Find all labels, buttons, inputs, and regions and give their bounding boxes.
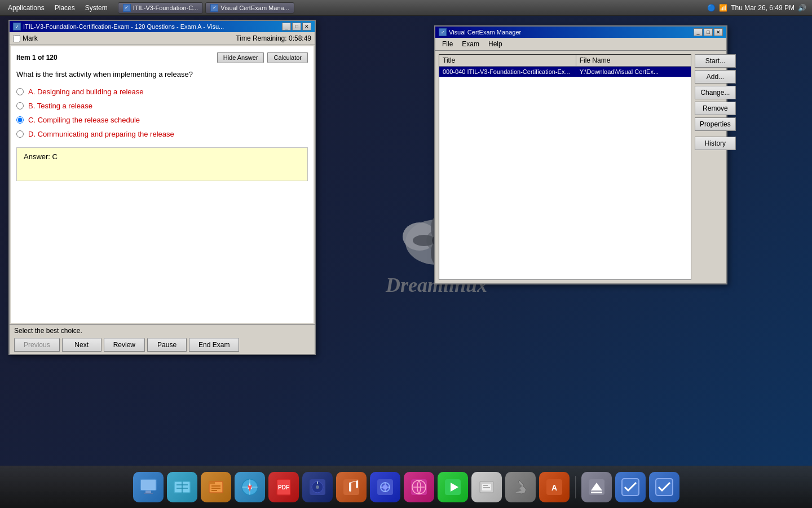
dock-item-effects[interactable]	[370, 472, 400, 502]
end-exam-button[interactable]: End Exam	[189, 338, 239, 352]
calculator-button[interactable]: Calculator	[267, 52, 308, 63]
svg-rect-19	[209, 481, 215, 484]
dock-item-appget[interactable]: A	[539, 472, 570, 502]
svg-rect-13	[144, 493, 153, 494]
exam-window-title: ITIL-V3-Foundation-Certification-Exam - …	[23, 23, 224, 30]
dock-item-player[interactable]	[438, 472, 468, 502]
svg-point-37	[383, 485, 387, 489]
dock-item-vpn[interactable]	[404, 472, 434, 502]
manager-sidebar: Start... Add... Change... Remove Propert…	[695, 54, 736, 280]
app-tab-certman[interactable]: ✓ Visual CertExam Mana...	[205, 2, 294, 14]
add-button[interactable]: Add...	[695, 70, 736, 84]
previous-button[interactable]: Previous	[14, 338, 60, 352]
exam-close-button[interactable]: ✕	[302, 23, 311, 30]
radio-b[interactable]	[16, 102, 24, 110]
manager-menu-help[interactable]: Help	[484, 39, 507, 49]
svg-rect-12	[145, 491, 151, 493]
manager-menubar: File Exam Help	[435, 38, 726, 51]
dock-item-certexam2[interactable]	[649, 472, 679, 502]
list-row[interactable]: 000-040 ITIL-V3-Foundation-Certification…	[439, 67, 691, 77]
manager-menu-exam[interactable]: Exam	[457, 39, 484, 49]
dock-item-disk[interactable]	[471, 472, 502, 502]
taskbar-top: Applications Places System ✓ ITIL-V3-Fou…	[0, 0, 812, 16]
dock-item-pdf[interactable]: PDF	[268, 472, 299, 502]
menu-places[interactable]: Places	[50, 3, 80, 13]
exam-window-controls: _ □ ✕	[282, 23, 311, 30]
exam-title-icon: ✓	[13, 23, 21, 30]
desktop: Applications Places System ✓ ITIL-V3-Fou…	[0, 0, 812, 508]
manager-window-titlebar: ✓ Visual CertExam Manager _ □ ✕	[435, 27, 726, 38]
menu-items: Applications Places System	[0, 3, 112, 13]
open-apps: ✓ ITIL-V3-Foundation-C... ✓ Visual CertE…	[118, 2, 294, 14]
next-button[interactable]: Next	[62, 338, 102, 352]
manager-window-controls: _ □ ✕	[694, 28, 723, 36]
option-a: A. Designing and building a release	[16, 87, 308, 96]
dock-item-network[interactable]	[167, 472, 197, 502]
bluetooth-icon[interactable]: 🔵	[707, 4, 716, 12]
wifi-icon[interactable]: 📶	[719, 4, 727, 12]
footer-hint: Select the best choice.	[14, 327, 310, 335]
mark-label[interactable]: Mark	[23, 34, 38, 42]
itil-app-icon: ✓	[123, 4, 131, 12]
answer-text: Answer: C	[24, 152, 58, 161]
answer-box: Answer: C	[16, 147, 308, 181]
properties-button[interactable]: Properties	[695, 117, 736, 131]
certman-app-icon: ✓	[210, 4, 218, 12]
manager-list-area: Title File Name 000-040 ITIL-V3-Foundati…	[439, 54, 691, 280]
manager-close-button[interactable]: ✕	[714, 28, 723, 36]
dock-item-safari[interactable]	[235, 472, 265, 502]
manager-restore-button[interactable]: □	[704, 28, 713, 36]
review-button[interactable]: Review	[104, 338, 145, 352]
datetime-display: Thu Mar 26, 6:49 PM	[731, 4, 795, 12]
label-b[interactable]: B. Testing a release	[28, 102, 92, 110]
dock-item-media[interactable]	[302, 472, 333, 502]
manager-window: ✓ Visual CertExam Manager _ □ ✕ File Exa…	[434, 25, 727, 284]
dock-item-certexam1[interactable]	[615, 472, 646, 502]
start-button[interactable]: Start...	[695, 54, 736, 68]
exam-window: ✓ ITIL-V3-Foundation-Certification-Exam …	[8, 20, 316, 355]
hide-answer-button[interactable]: Hide Answer	[217, 52, 264, 63]
dock-item-eject[interactable]	[581, 472, 612, 502]
remove-button[interactable]: Remove	[695, 102, 736, 115]
radio-d[interactable]	[16, 130, 24, 138]
label-a[interactable]: A. Designing and building a release	[28, 87, 144, 96]
manager-menu-file[interactable]: File	[438, 39, 457, 49]
option-d: D. Communicating and preparing the relea…	[16, 130, 308, 138]
exam-action-buttons: Hide Answer Calculator	[217, 52, 308, 63]
manager-window-title: Visual CertExam Manager	[449, 29, 521, 36]
manager-body: Title File Name 000-040 ITIL-V3-Foundati…	[435, 51, 726, 283]
system-tray: 🔵 📶 Thu Mar 26, 6:49 PM 🔊	[707, 4, 812, 12]
dock-item-monitor[interactable]	[133, 472, 164, 502]
radio-c[interactable]	[16, 116, 24, 124]
radio-a[interactable]	[16, 88, 24, 95]
label-d[interactable]: D. Communicating and preparing the relea…	[28, 130, 174, 138]
menu-system[interactable]: System	[81, 3, 112, 13]
exam-restore-button[interactable]: □	[292, 23, 301, 30]
history-button[interactable]: History	[695, 137, 736, 150]
dock-item-tools[interactable]	[505, 472, 536, 502]
volume-icon[interactable]: 🔊	[798, 4, 806, 12]
menu-applications[interactable]: Applications	[3, 3, 49, 13]
svg-point-32	[316, 485, 319, 489]
answer-options: A. Designing and building a release B. T…	[16, 87, 308, 138]
app-tab-itil[interactable]: ✓ ITIL-V3-Foundation-C...	[118, 2, 204, 14]
option-c: C. Compiling the release schedule	[16, 116, 308, 124]
pause-button[interactable]: Pause	[147, 338, 187, 352]
manager-minimize-button[interactable]: _	[694, 28, 703, 36]
time-value: 0:58:49	[289, 34, 311, 42]
exam-footer: Select the best choice. Previous Next Re…	[10, 324, 315, 354]
label-c[interactable]: C. Compiling the release schedule	[28, 116, 140, 124]
dock: PDF	[0, 466, 812, 508]
change-button[interactable]: Change...	[695, 86, 736, 99]
exam-minimize-button[interactable]: _	[282, 23, 291, 30]
svg-rect-11	[140, 479, 156, 491]
dock-item-files[interactable]	[201, 472, 231, 502]
svg-rect-48	[483, 487, 490, 488]
mark-checkbox[interactable]	[13, 35, 20, 42]
svg-rect-53	[591, 492, 602, 493]
time-remaining-display: Time Remaining: 0:58:49	[236, 34, 311, 42]
exam-title-left: ✓ ITIL-V3-Foundation-Certification-Exam …	[13, 23, 224, 30]
exam-header: Item 1 of 120 Hide Answer Calculator	[16, 52, 308, 63]
item-count: Item 1 of 120	[16, 54, 58, 62]
dock-item-music[interactable]	[336, 472, 367, 502]
